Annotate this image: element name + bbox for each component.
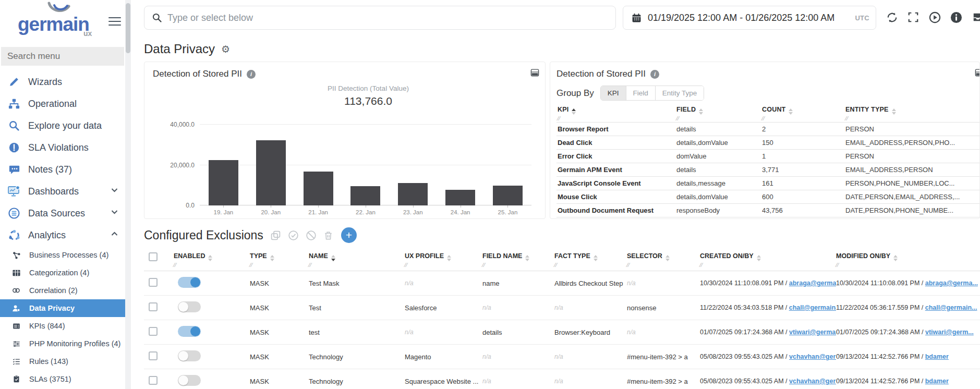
row-checkbox[interactable] (149, 351, 158, 360)
ban-icon[interactable] (306, 230, 317, 241)
chart-bar[interactable] (256, 140, 286, 205)
chart-bar[interactable] (304, 172, 333, 205)
column-resize-handle[interactable]: ⁄⁄ (174, 262, 176, 268)
copy-icon[interactable] (270, 230, 281, 241)
enabled-toggle[interactable] (178, 350, 201, 361)
column-header-enabled[interactable]: ENABLED⁄⁄ (174, 252, 250, 261)
sidebar-item-slas[interactable]: SLAs (3751) (0, 370, 125, 388)
column-header-modified-on-by[interactable]: MODIFIED ON/BY⁄⁄ (836, 252, 980, 261)
date-range-picker[interactable]: 01/19/2025 12:00 AM - 01/26/2025 12:00 A… (623, 6, 876, 30)
enabled-toggle[interactable] (178, 301, 201, 312)
column-resize-handle[interactable]: ⁄⁄ (845, 116, 848, 121)
row-checkbox[interactable] (149, 302, 158, 311)
column-resize-handle[interactable]: ⁄⁄ (309, 262, 311, 268)
sidebar-item-categorization[interactable]: Categorization (4) (0, 264, 125, 282)
sidebar-item-analytics[interactable]: Analytics (0, 224, 125, 246)
gear-icon[interactable]: ⚙ (221, 43, 230, 55)
refresh-icon[interactable] (886, 11, 899, 24)
column-header-fact-type[interactable]: FACT TYPE⁄⁄ (554, 252, 627, 261)
sidebar-item-dashboards[interactable]: Dashboards (0, 180, 125, 202)
column-header-ux-profile[interactable]: UX PROFILE⁄⁄ (405, 252, 482, 261)
column-header-count[interactable]: COUNT⁄⁄ (762, 106, 845, 115)
chart-bar[interactable] (445, 190, 475, 205)
column-resize-handle[interactable]: ⁄⁄ (762, 116, 765, 121)
column-resize-handle[interactable]: ⁄⁄ (405, 262, 407, 268)
sidebar-item-php-monitoring-profiles[interactable]: PHP Monitoring Profiles (4) (0, 335, 125, 352)
pii-table-row[interactable]: Germain APM Eventdetails3,771EMAIL_ADDRE… (556, 163, 979, 176)
created-by-link[interactable]: vtiwari@germai... (789, 329, 836, 336)
pii-table-row[interactable]: Outbound HTTP RequestresponseBody65,325P… (556, 217, 979, 219)
chart-bar[interactable] (493, 186, 523, 205)
table-view-toggle-icon[interactable] (530, 68, 540, 77)
play-circle-icon[interactable] (929, 11, 941, 24)
chart-bar[interactable] (350, 186, 380, 205)
group-by-option-kpi[interactable]: KPI (601, 86, 626, 100)
column-header-selector[interactable]: SELECTOR⁄⁄ (627, 252, 700, 261)
created-by-link[interactable]: vchavhan@germ... (789, 378, 836, 385)
inbox-icon[interactable] (972, 11, 980, 24)
pii-table-row[interactable]: Dead Clickdetails,domValue150EMAIL_ADDRE… (556, 136, 979, 149)
enabled-toggle[interactable] (178, 277, 201, 288)
pii-table-row[interactable]: JavaScript Console Eventdetails,message1… (556, 176, 979, 190)
column-header-kpi[interactable]: KPI⁄⁄ (558, 106, 676, 115)
modified-by-link[interactable]: abraga@germa... (925, 279, 978, 287)
pii-table-row[interactable]: Browser Reportdetails2PERSON (556, 122, 979, 136)
column-resize-handle[interactable]: ⁄⁄ (558, 116, 560, 121)
column-resize-handle[interactable]: ⁄⁄ (700, 262, 703, 268)
chart-bar[interactable] (398, 183, 428, 205)
column-header-type[interactable]: TYPE⁄⁄ (250, 252, 309, 261)
pii-table-row[interactable]: Outbound Document RequestresponseBody43,… (556, 203, 979, 217)
select-all-checkbox[interactable] (149, 252, 158, 261)
column-resize-handle[interactable]: ⁄⁄ (554, 262, 557, 268)
trash-icon[interactable] (323, 230, 334, 241)
sidebar-item-business-processes[interactable]: Business Processes (4) (0, 246, 125, 264)
info-circle-icon[interactable] (950, 11, 963, 24)
modified-by-link[interactable]: chall@germain... (925, 304, 977, 311)
column-resize-handle[interactable]: ⁄⁄ (250, 262, 252, 268)
sidebar-item-kpis[interactable]: KPIs (844) (0, 317, 125, 335)
column-header-field[interactable]: FIELD⁄⁄ (676, 106, 762, 115)
column-header-entity-type[interactable]: ENTITY TYPE⁄⁄ (845, 106, 979, 115)
enabled-toggle[interactable] (178, 375, 201, 386)
global-search-input[interactable] (167, 13, 615, 23)
fullscreen-icon[interactable] (908, 11, 920, 24)
sidebar-item-correlation[interactable]: Correlation (2) (0, 282, 125, 299)
sidebar-item-notes[interactable]: Notes (37) (0, 159, 125, 180)
column-header-name[interactable]: NAME⁄⁄ (309, 252, 405, 261)
sidebar-item-wizards[interactable]: Wizards (0, 71, 125, 93)
scrollbar-thumb[interactable] (126, 3, 130, 53)
created-by-link[interactable]: abraga@germain... (789, 279, 836, 287)
chart-view-toggle-icon[interactable] (974, 68, 980, 77)
info-icon[interactable]: i (650, 70, 659, 79)
hamburger-menu-icon[interactable] (108, 15, 121, 28)
column-resize-handle[interactable]: ⁄⁄ (482, 262, 485, 268)
modified-by-link[interactable]: bdamer (925, 378, 949, 385)
check-circle-icon[interactable] (288, 230, 299, 241)
pii-table-row[interactable]: Mouse Clickdetails,domValue600DATE,PERSO… (556, 190, 979, 203)
row-checkbox[interactable] (149, 376, 158, 385)
sidebar-search-input[interactable] (1, 47, 124, 66)
info-icon[interactable]: i (247, 70, 256, 79)
row-checkbox[interactable] (149, 278, 158, 287)
enabled-toggle[interactable] (178, 326, 201, 337)
sidebar-item-explore-your-data[interactable]: Explore your data (0, 115, 125, 137)
sidebar-item-operational[interactable]: Operational (0, 93, 125, 115)
sidebar-item-rules[interactable]: Rules (143) (0, 352, 125, 370)
column-resize-handle[interactable]: ⁄⁄ (676, 116, 679, 121)
created-by-link[interactable]: chall@germaina... (789, 304, 836, 311)
column-resize-handle[interactable]: ⁄⁄ (836, 262, 839, 268)
sidebar-item-data-sources[interactable]: Data Sources (0, 202, 125, 224)
add-exclusion-button[interactable]: + (341, 227, 357, 243)
modified-by-link[interactable]: vtiwari@germ... (925, 329, 974, 336)
modified-by-link[interactable]: bdamer (925, 353, 949, 360)
group-by-option-entity-type[interactable]: Entity Type (656, 86, 704, 100)
chart-bar[interactable] (209, 160, 238, 205)
created-by-link[interactable]: vchavhan@germ... (789, 353, 836, 360)
sidebar-item-sla-violations[interactable]: SLA Violations (0, 137, 125, 159)
column-resize-handle[interactable]: ⁄⁄ (627, 262, 630, 268)
group-by-option-field[interactable]: Field (626, 86, 656, 100)
column-header-created-on-by[interactable]: CREATED ON/BY⁄⁄ (700, 252, 836, 261)
pii-table-row[interactable]: Error ClickdomValue1PERSON (556, 149, 979, 163)
sidebar-item-data-privacy[interactable]: Data Privacy (0, 299, 125, 317)
row-checkbox[interactable] (149, 327, 158, 336)
